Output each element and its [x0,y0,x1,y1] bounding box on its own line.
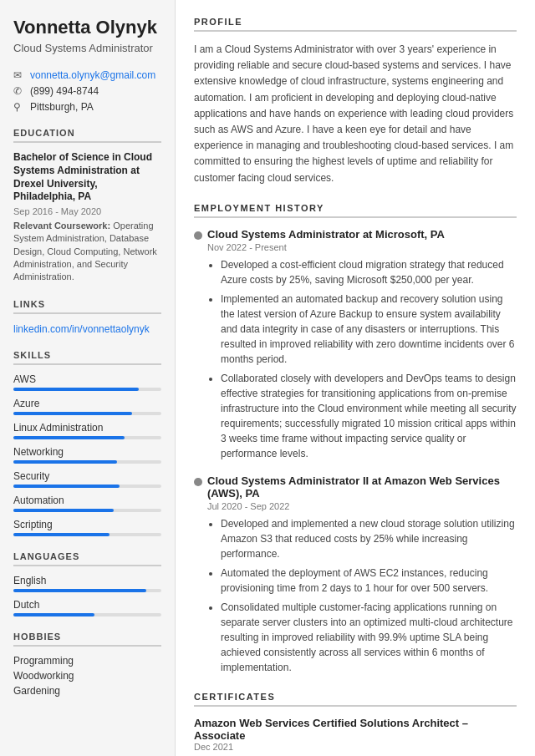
language-bar-fill [13,589,146,592]
language-item: English [13,575,161,592]
cert-entry: Amazon Web Services Certified Solutions … [194,717,517,752]
skill-bar-fill [13,388,139,391]
edu-dates: Sep 2016 - May 2020 [13,206,161,216]
skill-bar-fill [13,460,117,464]
skill-item: Scripting [13,519,161,536]
job-title: Cloud Systems Administrator II at Amazon… [207,474,517,500]
language-bar-bg [13,613,161,616]
job-date: Jul 2020 - Sep 2022 [207,501,517,511]
skill-bar-bg [13,533,161,536]
profile-title: PROFILE [194,17,517,32]
job-bullet: Automated the deployment of AWS EC2 inst… [221,566,517,596]
cert-name: Amazon Web Services Certified Solutions … [194,717,517,742]
languages-list: English Dutch [13,575,161,616]
contact-block: ✉ vonnetta.olynyk@gmail.com ✆ (899) 494-… [13,69,161,113]
hobby-item: Gardening [13,685,161,697]
skill-label: Automation [13,495,161,506]
language-label: Dutch [13,599,161,611]
resume-layout: Vonnetta Olynyk Cloud Systems Administra… [0,0,535,756]
employment-section: EMPLOYMENT HISTORY Cloud Systems Adminis… [194,203,517,675]
email-item: ✉ vonnetta.olynyk@gmail.com [13,69,161,81]
edu-coursework: Relevant Coursework: Operating System Ad… [13,220,161,284]
skill-item: Security [13,470,161,488]
skill-bar-bg [13,388,161,391]
skill-bar-bg [13,436,161,439]
certificates-section: CERTIFICATES Amazon Web Services Certifi… [194,692,517,756]
skills-list: AWS Azure Linux Administration Networkin… [13,373,161,536]
links-block: linkedin.com/in/vonnettaolynyk [13,322,161,335]
skill-item: Networking [13,446,161,464]
job-bullets: Developed a cost-efficient cloud migrati… [207,257,517,461]
job-bullet: Collaborated closely with developers and… [221,371,517,461]
job-bullet: Implemented an automated backup and reco… [221,292,517,367]
job-bullets: Developed and implemented a new cloud st… [207,516,517,675]
job-bullet: Consolidated multiple customer-facing ap… [221,600,517,675]
job-entry: Cloud Systems Administrator II at Amazon… [194,474,517,675]
profile-section: PROFILE I am a Cloud Systems Administrat… [194,17,517,186]
skill-bar-bg [13,460,161,464]
skill-bar-bg [13,509,161,512]
skill-bar-fill [13,412,132,415]
job-title: Cloud Systems Administrator at Microsoft… [207,228,517,241]
education-section-title: EDUCATION [13,128,161,143]
language-bar-bg [13,589,161,592]
profile-text: I am a Cloud Systems Administrator with … [194,42,517,186]
location-text: Pittsburgh, PA [30,101,94,113]
location-icon: ⚲ [13,101,25,113]
job-entry: Cloud Systems Administrator at Microsoft… [194,228,517,461]
hobbies-list: ProgrammingWoodworkingGardening [13,655,161,697]
email-icon: ✉ [13,69,25,81]
skills-section-title: SKILLS [13,350,161,365]
language-label: English [13,575,161,586]
skill-item: Automation [13,495,161,512]
candidate-name: Vonnetta Olynyk [13,17,161,38]
job-date: Nov 2022 - Present [207,242,517,252]
main-content: PROFILE I am a Cloud Systems Administrat… [176,0,535,756]
skill-label: AWS [13,373,161,385]
skill-item: AWS [13,373,161,391]
hobby-item: Programming [13,655,161,667]
certs-title: CERTIFICATES [194,692,517,707]
jobs-list: Cloud Systems Administrator at Microsoft… [194,228,517,675]
email-link[interactable]: vonnetta.olynyk@gmail.com [30,69,155,81]
coursework-label: Relevant Coursework: [13,221,110,231]
hobby-item: Woodworking [13,670,161,682]
linkedin-link[interactable]: linkedin.com/in/vonnettaolynyk [13,323,150,335]
candidate-title: Cloud Systems Administrator [13,42,161,54]
skill-label: Azure [13,398,161,409]
location-item: ⚲ Pittsburgh, PA [13,101,161,113]
language-bar-fill [13,613,94,616]
skill-bar-fill [13,533,110,536]
skill-bar-fill [13,509,114,512]
skill-bar-fill [13,485,120,488]
links-section-title: LINKS [13,299,161,314]
phone-icon: ✆ [13,85,25,97]
skill-label: Scripting [13,519,161,530]
hobbies-section-title: HOBBIES [13,632,161,647]
job-bullet: Developed a cost-efficient cloud migrati… [221,257,517,287]
sidebar: Vonnetta Olynyk Cloud Systems Administra… [0,0,176,756]
employment-title: EMPLOYMENT HISTORY [194,203,517,218]
skill-label: Networking [13,446,161,458]
skill-bar-bg [13,485,161,488]
skill-bar-bg [13,412,161,415]
edu-degree: Bachelor of Science in Cloud Systems Adm… [13,151,161,203]
certs-list: Amazon Web Services Certified Solutions … [194,717,517,756]
phone-item: ✆ (899) 494-8744 [13,85,161,97]
skill-bar-fill [13,436,125,439]
skill-label: Linux Administration [13,422,161,434]
job-bullet: Developed and implemented a new cloud st… [221,516,517,561]
language-item: Dutch [13,599,161,616]
languages-section-title: LANGUAGES [13,551,161,566]
phone-text: (899) 494-8744 [30,85,99,97]
skill-item: Linux Administration [13,422,161,439]
cert-date: Dec 2021 [194,742,517,752]
skill-item: Azure [13,398,161,415]
skill-label: Security [13,470,161,482]
